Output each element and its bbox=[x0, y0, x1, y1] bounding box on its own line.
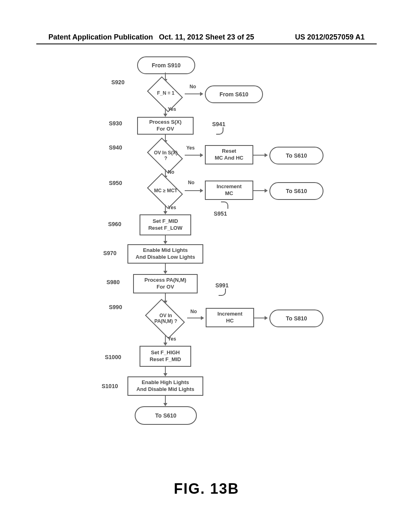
label-s940: S940 bbox=[109, 144, 122, 151]
arrow-icon bbox=[265, 316, 268, 320]
connector bbox=[253, 155, 265, 156]
figure-label: FIG. 13B bbox=[0, 480, 413, 497]
decision-s950 bbox=[147, 173, 183, 209]
arrow-icon bbox=[200, 153, 203, 157]
edge-no: No bbox=[188, 180, 194, 185]
label-s920: S920 bbox=[111, 79, 125, 85]
s1000-text: Set F_HIGH Reset F_MID bbox=[150, 349, 181, 363]
process-s941: Reset MC And HC bbox=[205, 145, 253, 164]
connector bbox=[185, 190, 201, 191]
connector-curve bbox=[221, 202, 228, 209]
edge-no: No bbox=[168, 169, 174, 175]
s960-text: Set F_MID Reset F_LOW bbox=[148, 218, 183, 232]
s930-text: Process S(X) For OV bbox=[149, 119, 181, 133]
arrow-icon bbox=[163, 211, 167, 214]
connector-curve bbox=[219, 289, 226, 296]
terminal-to-s610-a: To S610 bbox=[269, 147, 323, 164]
s970-text: Enable Mid Lights And Disable Low Lights bbox=[136, 247, 195, 261]
edge-yes: Yes bbox=[168, 106, 176, 112]
terminal-from-s610: From S610 bbox=[205, 85, 263, 103]
to-s810-text: To S810 bbox=[286, 315, 307, 322]
edge-yes: Yes bbox=[168, 336, 176, 342]
header-center: Oct. 11, 2012 Sheet 23 of 25 bbox=[159, 33, 254, 42]
arrow-icon bbox=[163, 241, 167, 244]
connector-curve bbox=[216, 127, 223, 135]
to-s610-b-text: To S610 bbox=[286, 188, 307, 194]
terminal-to-s610-end: To S610 bbox=[135, 406, 197, 425]
from-s910-text: From S910 bbox=[152, 62, 181, 69]
edge-no: No bbox=[190, 309, 197, 314]
terminal-to-s810: To S810 bbox=[269, 310, 323, 327]
arrow-icon bbox=[163, 403, 167, 406]
process-s980: Process PA(N,M) For OV bbox=[133, 274, 198, 293]
terminal-from-s910: From S910 bbox=[137, 56, 195, 74]
header-left: Patent Application Publication bbox=[48, 33, 153, 42]
connector bbox=[165, 396, 166, 404]
connector bbox=[253, 190, 265, 191]
terminal-to-s610-b: To S610 bbox=[269, 182, 323, 200]
s951-text: Increment MC bbox=[217, 183, 242, 197]
label-s991: S991 bbox=[215, 282, 229, 289]
arrow-icon bbox=[265, 189, 268, 193]
process-s951: Increment MC bbox=[205, 181, 253, 200]
label-s930: S930 bbox=[109, 120, 122, 127]
header-rule bbox=[36, 44, 377, 44]
s941-text: Reset MC And HC bbox=[215, 148, 243, 162]
decision-s940 bbox=[147, 137, 183, 173]
connector bbox=[165, 335, 166, 343]
page-header: Patent Application Publication Oct. 11, … bbox=[0, 33, 413, 42]
arrow-icon bbox=[163, 114, 167, 117]
label-s990: S990 bbox=[109, 304, 122, 310]
arrow-icon bbox=[200, 92, 203, 96]
edge-no: No bbox=[190, 84, 196, 89]
label-s951: S951 bbox=[214, 210, 227, 217]
process-s1010: Enable High Lights And Disable Mid Light… bbox=[127, 376, 203, 396]
arrow-icon bbox=[201, 316, 204, 320]
label-s980: S980 bbox=[106, 279, 120, 285]
connector bbox=[185, 94, 201, 94]
arrow-icon bbox=[163, 271, 167, 274]
to-s610-end-text: To S610 bbox=[155, 412, 177, 419]
decision-s990 bbox=[145, 299, 185, 339]
connector bbox=[254, 318, 265, 318]
label-s950: S950 bbox=[109, 180, 122, 186]
arrow-icon bbox=[200, 189, 203, 193]
arrow-icon bbox=[163, 343, 167, 346]
s980-text: Process PA(N,M) For OV bbox=[144, 277, 186, 291]
label-s1010: S1010 bbox=[102, 383, 118, 389]
from-s610-text: From S610 bbox=[219, 91, 248, 98]
connector bbox=[165, 293, 166, 301]
process-s960: Set F_MID Reset F_LOW bbox=[140, 214, 191, 235]
label-s960: S960 bbox=[108, 221, 121, 227]
connector bbox=[165, 264, 166, 272]
header-right: US 2012/0257059 A1 bbox=[295, 33, 365, 42]
s991-text: Increment HC bbox=[217, 311, 242, 324]
process-s930: Process S(X) For OV bbox=[137, 117, 194, 135]
label-s970: S970 bbox=[103, 250, 117, 256]
process-s1000: Set F_HIGH Reset F_MID bbox=[140, 346, 191, 367]
process-s970: Enable Mid Lights And Disable Low Lights bbox=[127, 244, 203, 264]
to-s610-a-text: To S610 bbox=[286, 152, 307, 159]
flowchart: From S910 S920 F_N = 1 No From S610 Yes … bbox=[113, 56, 339, 476]
decision-s920 bbox=[147, 76, 183, 112]
arrow-icon bbox=[265, 153, 268, 157]
connector bbox=[187, 318, 202, 318]
edge-yes: Yes bbox=[186, 145, 195, 151]
label-s941: S941 bbox=[212, 121, 225, 127]
arrow-icon bbox=[163, 373, 167, 376]
connector bbox=[185, 155, 201, 156]
edge-yes: Yes bbox=[168, 205, 176, 210]
s1010-text: Enable High Lights And Disable Mid Light… bbox=[136, 379, 194, 393]
label-s1000: S1000 bbox=[105, 354, 121, 360]
process-s991: Increment HC bbox=[206, 308, 254, 327]
